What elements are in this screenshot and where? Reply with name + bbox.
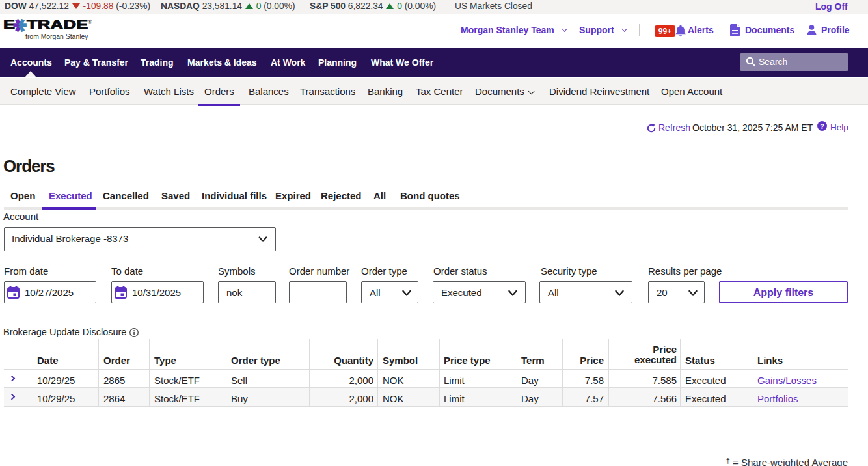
svg-text:?: ? bbox=[820, 122, 824, 130]
